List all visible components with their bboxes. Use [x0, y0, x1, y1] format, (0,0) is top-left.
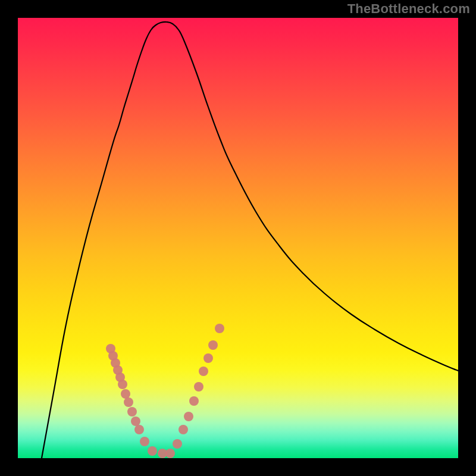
- cluster-dots: [106, 324, 224, 458]
- svg-point-15: [173, 439, 182, 449]
- svg-point-23: [215, 324, 224, 333]
- svg-point-7: [124, 397, 133, 407]
- svg-point-21: [203, 353, 213, 363]
- svg-point-10: [134, 425, 144, 434]
- curve-layer: [18, 18, 458, 458]
- svg-point-18: [189, 396, 199, 406]
- svg-point-11: [140, 437, 149, 446]
- svg-point-14: [165, 449, 175, 458]
- svg-point-19: [194, 382, 203, 392]
- svg-point-16: [178, 425, 188, 434]
- svg-point-9: [131, 416, 140, 426]
- watermark-text: TheBottleneck.com: [347, 1, 470, 17]
- bottleneck-curve: [42, 22, 458, 458]
- svg-point-17: [184, 412, 193, 421]
- svg-point-6: [121, 389, 130, 399]
- svg-point-20: [199, 367, 208, 376]
- svg-point-22: [208, 340, 218, 350]
- svg-point-5: [118, 380, 127, 389]
- chart-frame: TheBottleneck.com: [0, 0, 476, 476]
- svg-point-12: [148, 446, 157, 456]
- svg-point-8: [127, 407, 137, 416]
- plot-area: [18, 18, 458, 458]
